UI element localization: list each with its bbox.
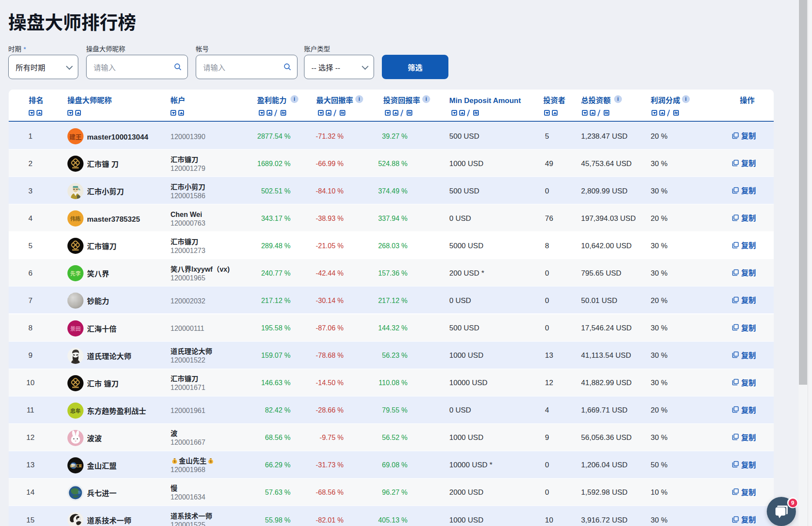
svg-text:金山汇盟: 金山汇盟 xyxy=(70,463,82,467)
